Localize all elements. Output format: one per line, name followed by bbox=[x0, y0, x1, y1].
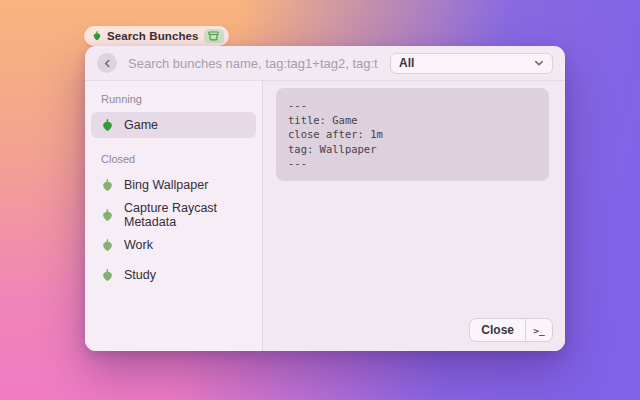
desktop-background: Search Bunches All RunningGameClosedBing… bbox=[0, 0, 640, 400]
bunch-sprout-icon bbox=[101, 179, 114, 192]
bunch-sprout-icon bbox=[101, 269, 114, 282]
bunch-sprout-icon bbox=[101, 209, 114, 222]
code-line: --- bbox=[288, 156, 537, 171]
sidebar-item-label: Bing Wallpaper bbox=[124, 178, 208, 192]
search-bar: All bbox=[85, 46, 565, 81]
sidebar-item-label: Game bbox=[124, 118, 158, 132]
search-input[interactable] bbox=[126, 55, 380, 72]
footer-action-group: Close >_ bbox=[469, 318, 553, 342]
sidebar-item-label: Capture Raycast Metadata bbox=[124, 201, 246, 229]
bunch-sprout-icon bbox=[101, 119, 114, 132]
code-line: title: Game bbox=[288, 113, 537, 128]
bunch-sprout-icon bbox=[101, 239, 114, 252]
back-button[interactable] bbox=[97, 53, 117, 73]
code-line: tag: Wallpaper bbox=[288, 142, 537, 157]
bunch-file-code-block: ---title: Gameclose after: 1mtag: Wallpa… bbox=[276, 88, 549, 181]
sidebar-section-label-closed: Closed bbox=[101, 153, 246, 165]
launcher-pill-title: Search Bunches bbox=[107, 30, 199, 42]
sidebar-item-game[interactable]: Game bbox=[91, 112, 256, 138]
sidebar-item-study[interactable]: Study bbox=[91, 262, 256, 288]
chevron-down-icon bbox=[534, 58, 544, 68]
launcher-pill[interactable]: Search Bunches bbox=[84, 26, 229, 46]
sidebar-item-capture-raycast-metadata[interactable]: Capture Raycast Metadata bbox=[91, 202, 256, 228]
window-content: RunningGameClosedBing WallpaperCapture R… bbox=[85, 81, 565, 351]
sidebar-item-bing-wallpaper[interactable]: Bing Wallpaper bbox=[91, 172, 256, 198]
archive-box-icon bbox=[208, 31, 219, 41]
detail-panel: ---title: Gameclose after: 1mtag: Wallpa… bbox=[263, 81, 565, 351]
close-button[interactable]: Close bbox=[470, 319, 525, 341]
terminal-icon[interactable]: >_ bbox=[526, 319, 552, 341]
sidebar-section-label-running: Running bbox=[101, 93, 246, 105]
code-line: close after: 1m bbox=[288, 127, 537, 142]
chevron-left-icon bbox=[103, 59, 112, 68]
sidebar: RunningGameClosedBing WallpaperCapture R… bbox=[85, 81, 263, 351]
sidebar-item-work[interactable]: Work bbox=[91, 232, 256, 258]
filter-selected-value: All bbox=[399, 56, 534, 70]
bunch-sprout-icon bbox=[92, 31, 102, 41]
search-bunches-window: All RunningGameClosedBing WallpaperCaptu… bbox=[85, 46, 565, 351]
bunch-app-badge bbox=[204, 29, 224, 43]
code-line: --- bbox=[288, 98, 537, 113]
filter-dropdown[interactable]: All bbox=[390, 53, 553, 74]
sidebar-item-label: Study bbox=[124, 268, 156, 282]
sidebar-item-label: Work bbox=[124, 238, 153, 252]
